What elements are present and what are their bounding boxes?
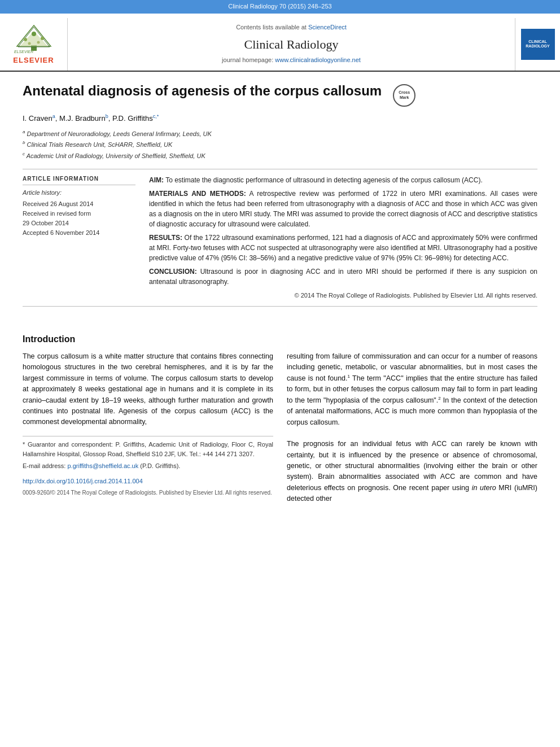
journal-title-header: Clinical Radiology bbox=[244, 36, 339, 54]
intro-left-col: The corpus callosum is a white matter st… bbox=[23, 351, 273, 505]
affiliations-block: a Department of Neuroradiology, Leeds Ge… bbox=[23, 129, 537, 161]
conclusion-label: CONCLUSION: bbox=[149, 268, 197, 276]
elsevier-label: ELSEVIER bbox=[13, 55, 54, 66]
aim-label: AIM: bbox=[149, 176, 164, 184]
footnote-block: * Guarantor and correspondent: P. Griffi… bbox=[23, 436, 273, 471]
bottom-footer: 0009-9260/© 2014 The Royal College of Ra… bbox=[23, 488, 273, 497]
abstract-col: AIM: To estimate the diagnostic performa… bbox=[149, 175, 537, 300]
intro-left-text: The corpus callosum is a white matter st… bbox=[23, 351, 273, 428]
sciencedirect-link[interactable]: ScienceDirect bbox=[308, 24, 347, 30]
svg-point-5 bbox=[41, 37, 44, 40]
date-received: Received 26 August 2014 bbox=[23, 200, 135, 209]
elsevier-logo-area: ELSEVIER ELSEVIER bbox=[0, 18, 68, 71]
abstract-results: RESULTS: Of the 1722 ultrasound examinat… bbox=[149, 233, 537, 263]
homepage-line: journal homepage: www.clinicalradiologyo… bbox=[222, 56, 361, 65]
citation-text: Clinical Radiology 70 (2015) 248–253 bbox=[228, 3, 331, 10]
history-label: Article history: bbox=[23, 189, 135, 198]
email-label: E-mail address: bbox=[23, 462, 65, 469]
intro-two-col: The corpus callosum is a white matter st… bbox=[23, 351, 537, 505]
abstract-aim: AIM: To estimate the diagnostic performa… bbox=[149, 175, 537, 185]
intro-right-text-1: resulting from failure of commissuration… bbox=[287, 351, 537, 428]
author-3-sup: c,* bbox=[153, 113, 159, 119]
journal-logo-right: CLINICALRADIOLOGY bbox=[515, 18, 560, 71]
crossmark-icon: CrossMark bbox=[393, 84, 415, 107]
article-title: Antenatal diagnosis of agenesis of the c… bbox=[23, 82, 382, 99]
author-2-name: M.J. Bradburn bbox=[59, 114, 106, 123]
results-label: RESULTS: bbox=[149, 234, 182, 242]
radiology-logo-box: CLINICALRADIOLOGY bbox=[521, 29, 555, 60]
journal-header: ELSEVIER ELSEVIER Contents lists availab… bbox=[0, 14, 560, 72]
introduction-title: Introduction bbox=[23, 333, 537, 346]
email-link[interactable]: p.griffiths@sheffield.ac.uk bbox=[67, 462, 138, 469]
intro-right-text-2: The prognosis for an individual fetus wi… bbox=[287, 439, 537, 504]
date-revised: 29 October 2014 bbox=[23, 219, 135, 228]
abstract-methods: MATERIALS AND METHODS: A retrospective r… bbox=[149, 189, 537, 229]
svg-point-7 bbox=[28, 42, 30, 45]
homepage-url-link[interactable]: www.clinicalradiologyonline.net bbox=[275, 56, 361, 63]
email-suffix: (P.D. Griffiths). bbox=[140, 462, 180, 469]
author-1-name: I. Craven bbox=[23, 114, 53, 123]
svg-point-8 bbox=[37, 41, 40, 43]
conclusion-text: Ultrasound is poor in diagnosing ACC and… bbox=[149, 268, 537, 286]
doi-link[interactable]: http://dx.doi.org/10.1016/j.crad.2014.11… bbox=[23, 478, 143, 484]
article-info-abstract: ARTICLE INFORMATION Article history: Rec… bbox=[23, 175, 537, 300]
email-footnote: E-mail address: p.griffiths@sheffield.ac… bbox=[23, 461, 273, 471]
copyright-line: © 2014 The Royal College of Radiologists… bbox=[149, 291, 537, 300]
crossmark-badge: CrossMark bbox=[393, 84, 415, 107]
author-1-sup: a bbox=[53, 113, 55, 119]
results-text: Of the 1722 ultrasound examinations perf… bbox=[149, 234, 537, 262]
article-info-col: ARTICLE INFORMATION Article history: Rec… bbox=[23, 175, 135, 300]
date-revised-label: Received in revised form bbox=[23, 209, 135, 219]
guarantor-footnote: * Guarantor and correspondent: P. Griffi… bbox=[23, 440, 273, 459]
svg-point-4 bbox=[24, 38, 27, 41]
svg-point-6 bbox=[32, 32, 36, 36]
content-area: Antenatal diagnosis of agenesis of the c… bbox=[0, 72, 560, 322]
article-info-title: ARTICLE INFORMATION bbox=[23, 175, 135, 186]
affiliation-3: c Academic Unit of Radiology, University… bbox=[23, 151, 537, 161]
radiology-logo-text: CLINICALRADIOLOGY bbox=[526, 40, 549, 49]
citation-bar: Clinical Radiology 70 (2015) 248–253 bbox=[0, 0, 560, 14]
journal-center-info: Contents lists available at ScienceDirec… bbox=[68, 18, 515, 71]
divider-1 bbox=[23, 169, 537, 169]
divider-2 bbox=[23, 306, 537, 307]
contents-line: Contents lists available at ScienceDirec… bbox=[236, 23, 347, 32]
svg-text:ELSEVIER: ELSEVIER bbox=[14, 50, 33, 54]
aim-text: To estimate the diagnostic performance o… bbox=[165, 176, 483, 184]
affiliation-2: b Clinical Trials Research Unit, ScHARR,… bbox=[23, 139, 537, 150]
authors-line: I. Cravena, M.J. Bradburnb, P.D. Griffit… bbox=[23, 113, 537, 124]
author-3-name: P.D. Griffiths bbox=[112, 114, 153, 123]
elsevier-tree-icon: ELSEVIER bbox=[11, 23, 56, 54]
intro-right-col: resulting from failure of commissuration… bbox=[287, 351, 537, 505]
main-content-area: Introduction The corpus callosum is a wh… bbox=[0, 333, 560, 516]
date-accepted: Accepted 6 November 2014 bbox=[23, 229, 135, 238]
methods-label: MATERIALS AND METHODS: bbox=[149, 190, 246, 198]
abstract-conclusion: CONCLUSION: Ultrasound is poor in diagno… bbox=[149, 267, 537, 287]
author-2-sup: b bbox=[106, 113, 108, 119]
affiliation-1: a Department of Neuroradiology, Leeds Ge… bbox=[23, 129, 537, 139]
doi-line: http://dx.doi.org/10.1016/j.crad.2014.11… bbox=[23, 477, 273, 486]
